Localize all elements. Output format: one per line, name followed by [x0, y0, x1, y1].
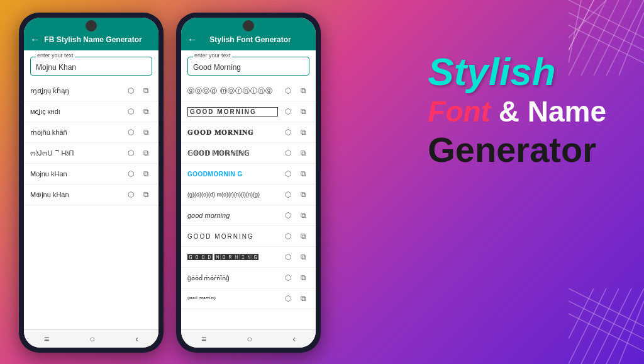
- share-icon-6[interactable]: ⬡: [125, 188, 137, 201]
- list-item: good morning ⬡ ⧉: [181, 205, 316, 226]
- phone-1-results: ɱơʝŋų ƙɦąŋ ⬡ ⧉ мєʝıç кнdı ⬡ ⧉ ṁöjñú khãñ: [24, 79, 158, 329]
- result-icons-4: ⬡ ⧉: [125, 147, 152, 159]
- result-icons-6: ⬡ ⧉: [125, 188, 152, 201]
- share-p2-icon-1[interactable]: ⬡: [282, 84, 294, 97]
- share-p2-icon-5[interactable]: ⬡: [282, 168, 294, 180]
- phone-2-input-wrapper: enter your text Good Morning: [187, 57, 309, 76]
- nav-menu-icon[interactable]: ≡: [44, 334, 49, 344]
- phone-2: ← Stylish Font Generator enter your text…: [176, 13, 321, 353]
- result-p2-text-8: GOOD MORNING: [187, 233, 278, 240]
- list-item: 𝔾𝕆𝕆𝔻 𝕄𝕆ℝℕ𝕀ℕ𝔾 ⬡ ⧉: [181, 143, 316, 164]
- copy-p2-icon-7[interactable]: ⧉: [297, 209, 309, 222]
- result-text-5: Mojnu kHan: [30, 170, 121, 178]
- phone-2-camera: [243, 20, 254, 31]
- svg-line-15: [569, 288, 606, 364]
- result-p2-text-11: ᵍᵒᵒᵈ ᵐᵒʳⁿⁱⁿᵍ: [187, 295, 278, 302]
- share-icon-1[interactable]: ⬡: [125, 84, 137, 97]
- svg-line-7: [569, 13, 644, 50]
- share-p2-icon-8[interactable]: ⬡: [282, 230, 294, 242]
- copy-icon-5[interactable]: ⧉: [140, 168, 152, 180]
- copy-p2-icon-6[interactable]: ⧉: [297, 188, 309, 201]
- copy-icon-1[interactable]: ⧉: [140, 84, 152, 97]
- promo-stylish-text: Stylish: [428, 50, 606, 93]
- copy-p2-icon-2[interactable]: ⧉: [297, 105, 309, 118]
- result-text-6: M⊕jnu kHan: [30, 191, 121, 199]
- svg-line-13: [594, 288, 631, 364]
- copy-p2-icon-5[interactable]: ⧉: [297, 168, 309, 180]
- svg-line-12: [606, 288, 644, 364]
- phone-2-input-area: enter your text Good Morning: [181, 50, 316, 79]
- copy-p2-icon-10[interactable]: ⧉: [297, 271, 309, 284]
- nav2-back-icon[interactable]: ‹: [292, 334, 296, 344]
- copy-p2-icon-4[interactable]: ⧉: [297, 147, 309, 159]
- svg-line-19: [569, 301, 644, 339]
- share-p2-icon-4[interactable]: ⬡: [282, 147, 294, 159]
- result-icons-3: ⬡ ⧉: [125, 126, 152, 139]
- phone-2-back-icon[interactable]: ←: [187, 34, 197, 45]
- nav-back-icon[interactable]: ‹: [135, 334, 138, 344]
- list-item: GOOD MORNING ⬡ ⧉: [181, 101, 316, 122]
- share-icon-2[interactable]: ⬡: [125, 105, 137, 118]
- share-p2-icon-9[interactable]: ⬡: [282, 251, 294, 263]
- phones-area: ← FB Stylish Name Generator enter your t…: [19, 13, 321, 353]
- promo-font-text: Font: [428, 95, 491, 128]
- list-item: мєʝıç кнdı ⬡ ⧉: [24, 101, 158, 122]
- nav2-menu-icon[interactable]: ≡: [201, 334, 206, 344]
- copy-icon-6[interactable]: ⧉: [140, 188, 152, 201]
- result-p2-text-7: good morning: [187, 212, 278, 219]
- result-icons-5: ⬡ ⧉: [125, 168, 152, 180]
- phone-1-input-label: enter your text: [36, 52, 75, 59]
- result-p2-icons-4: ⬡ ⧉: [282, 147, 309, 159]
- promo-and-text: & Name: [499, 95, 606, 128]
- result-p2-text-3: 𝐆𝐎𝐎𝐃 𝐌𝐎𝐑𝐍𝐈𝐍𝐆: [187, 128, 278, 137]
- phone-1-input-area: enter your text Mojnu Khan: [24, 50, 158, 79]
- phone-2-input[interactable]: Good Morning: [193, 63, 241, 72]
- share-p2-icon-11[interactable]: ⬡: [282, 292, 294, 305]
- share-icon-3[interactable]: ⬡: [125, 126, 137, 139]
- svg-line-14: [581, 288, 619, 364]
- copy-p2-icon-8[interactable]: ⧉: [297, 230, 309, 242]
- phone-1-nav: ≡ ○ ‹: [24, 329, 158, 348]
- svg-line-9: [569, 0, 606, 38]
- result-p2-text-2: GOOD MORNING: [187, 107, 278, 117]
- copy-icon-4[interactable]: ⧉: [140, 147, 152, 159]
- phone-2-title: Stylish Font Generator: [201, 35, 299, 44]
- phone-2-input-label: enter your text: [193, 52, 232, 59]
- result-icons-1: ⬡ ⧉: [125, 84, 152, 97]
- result-p2-text-10: ġȯȯḋ ṁȯṙṅïṅġ: [187, 275, 278, 282]
- share-p2-icon-2[interactable]: ⬡: [282, 105, 294, 118]
- copy-p2-icon-3[interactable]: ⧉: [297, 126, 309, 139]
- list-item: ṁöjñú khãñ ⬡ ⧉: [24, 122, 158, 143]
- nav-home-icon[interactable]: ○: [90, 334, 95, 344]
- share-p2-icon-3[interactable]: ⬡: [282, 126, 294, 139]
- list-item: ⓖⓞⓞⓓ ⓜⓞⓡⓝⓘⓝⓖ ⬡ ⧉: [181, 81, 316, 101]
- share-p2-icon-10[interactable]: ⬡: [282, 271, 294, 284]
- phone-1-input[interactable]: Mojnu Khan: [36, 63, 76, 72]
- list-item: 🅶🅾🅾🅳 🅼🅾🆁🅽🅸🅽🅶 ⬡ ⧉: [181, 247, 316, 268]
- list-item: Mojnu kHan ⬡ ⧉: [24, 164, 158, 185]
- copy-icon-3[interactable]: ⧉: [140, 126, 152, 139]
- phone-1-camera: [86, 20, 97, 31]
- phone-2-results: ⓖⓞⓞⓓ ⓜⓞⓡⓝⓘⓝⓖ ⬡ ⧉ GOOD MORNING ⬡ ⧉ 𝐆𝐎𝐎𝐃 𝐌…: [181, 79, 316, 329]
- result-icons-2: ⬡ ⧉: [125, 105, 152, 118]
- result-text-3: ṁöjñú khãñ: [30, 128, 121, 137]
- result-p2-text-5: GOODMORNIN G: [187, 171, 278, 178]
- result-p2-text-1: ⓖⓞⓞⓓ ⓜⓞⓡⓝⓘⓝⓖ: [187, 86, 278, 96]
- share-icon-5[interactable]: ⬡: [125, 168, 137, 180]
- copy-p2-icon-11[interactable]: ⧉: [297, 292, 309, 305]
- share-p2-icon-6[interactable]: ⬡: [282, 188, 294, 201]
- list-item: ᵍᵒᵒᵈ ᵐᵒʳⁿⁱⁿᵍ ⬡ ⧉: [181, 288, 316, 309]
- result-p2-icons-6: ⬡ ⧉: [282, 188, 309, 201]
- share-p2-icon-7[interactable]: ⬡: [282, 209, 294, 222]
- promo-font-name-text: Font & Name: [428, 96, 606, 128]
- copy-p2-icon-9[interactable]: ⧉: [297, 251, 309, 263]
- list-item: ოঠJოU ᄏHঠП ⬡ ⧉: [24, 143, 158, 164]
- result-p2-icons-7: ⬡ ⧉: [282, 209, 309, 222]
- nav2-home-icon[interactable]: ○: [247, 334, 252, 344]
- share-icon-4[interactable]: ⬡: [125, 147, 137, 159]
- phone-1: ← FB Stylish Name Generator enter your t…: [19, 13, 164, 353]
- copy-icon-2[interactable]: ⧉: [140, 105, 152, 118]
- copy-p2-icon-1[interactable]: ⧉: [297, 84, 309, 97]
- phone-1-back-icon[interactable]: ←: [30, 34, 40, 45]
- result-text-1: ɱơʝŋų ƙɦąŋ: [30, 87, 121, 95]
